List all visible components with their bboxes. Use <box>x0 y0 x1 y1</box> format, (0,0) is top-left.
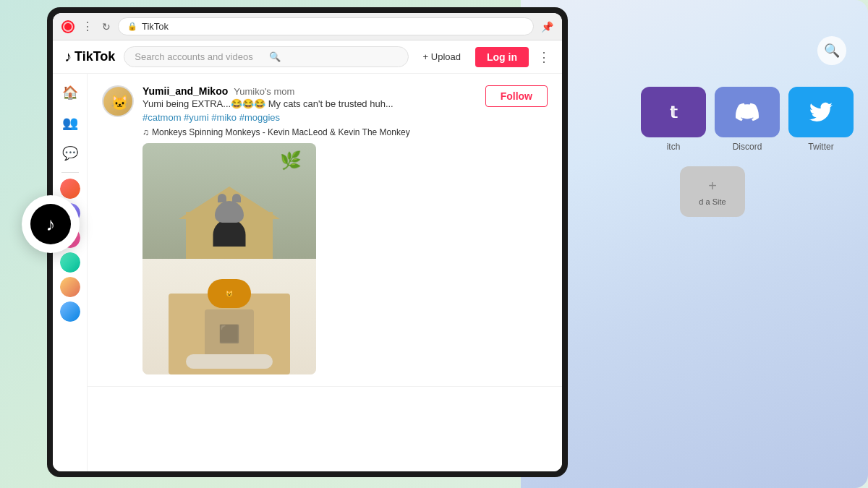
tiktok-logo-text: TikTok <box>75 49 115 64</box>
video-top: 🌿 <box>142 143 316 259</box>
refresh-button[interactable]: ↻ <box>102 21 111 33</box>
post-avatar[interactable]: 🐱 <box>102 85 134 117</box>
search-icon: 🔍 <box>824 43 840 59</box>
speed-dial-discord[interactable]: Discord <box>715 87 780 152</box>
sidebar-avatar-5[interactable] <box>60 277 80 297</box>
twitch-icon: 𝕥 <box>670 103 677 121</box>
sidebar-home[interactable]: 🏠 <box>57 80 83 106</box>
add-site-tile[interactable]: + d a Site <box>680 166 745 217</box>
browser-chrome: ⋮ ↻ 🔒 TikTok 📌 <box>53 13 562 40</box>
tiktok-float-icon[interactable]: ♪ <box>22 195 80 253</box>
search-placeholder: Search accounts and videos <box>135 51 263 62</box>
discord-icon <box>736 100 759 124</box>
twitch-label: itch <box>667 142 681 152</box>
sidebar: 🏠 👥 💬 <box>53 74 88 471</box>
follow-button[interactable]: Follow <box>485 85 548 107</box>
sidebar-divider <box>61 172 79 173</box>
address-text: TikTok <box>142 21 169 32</box>
search-icon: 🔍 <box>269 51 398 62</box>
new-tab-search-button[interactable]: 🔍 <box>817 36 846 65</box>
pin-button[interactable]: 📌 <box>541 21 553 33</box>
add-site-label: d a Site <box>699 197 726 206</box>
sidebar-friends[interactable]: 👥 <box>57 110 83 136</box>
upload-label: + Upload <box>423 51 461 62</box>
music-note-icon: ♫ <box>142 127 149 137</box>
cushion <box>186 354 273 369</box>
box-icon: ⬛ <box>218 324 240 344</box>
sidebar-avatar-1[interactable] <box>60 179 80 199</box>
post-music: ♫ Monkeys Spinning Monkeys - Kevin MacLe… <box>142 127 477 137</box>
post-item: 🐱 Yumii_and_Mikoo Yumiko's mom Yumi bein… <box>88 74 562 387</box>
post-music-text: Monkeys Spinning Monkeys - Kevin MacLeod… <box>152 127 410 137</box>
speed-dial-twitter[interactable]: Twitter <box>788 87 854 152</box>
post-username[interactable]: Yumii_and_Mikoo <box>142 85 228 97</box>
login-button[interactable]: Log in <box>475 47 529 67</box>
post-display-name: Yumiko's mom <box>234 86 294 97</box>
post-caption: Yumi being EXTRA...😂😂😂 My cats can't be … <box>142 98 477 109</box>
add-icon: + <box>708 178 717 194</box>
sidebar-avatar-6[interactable] <box>60 301 80 322</box>
avatar-1 <box>60 179 80 199</box>
cat-ear-left <box>218 194 226 202</box>
post-avatar-image: 🐱 <box>103 87 134 117</box>
tiktok-logo-icon: ♪ <box>64 48 72 65</box>
speed-dial-twitch[interactable]: 𝕥 itch <box>641 87 706 152</box>
house-shape <box>179 187 280 259</box>
upload-button[interactable]: + Upload <box>417 48 467 65</box>
post-info: Yumii_and_Mikoo Yumiko's mom Yumi being … <box>142 85 477 137</box>
main-area: 🏠 👥 💬 <box>53 74 562 471</box>
video-top-bg: 🌿 <box>142 143 316 259</box>
cat-ear-right <box>232 194 241 202</box>
avatar-6 <box>60 301 80 322</box>
device-frame: ⋮ ↻ 🔒 TikTok 📌 ♪ TikTok Search accounts … <box>47 7 568 477</box>
post-hashtags[interactable]: #catmom #yumi #miko #moggies <box>142 112 477 123</box>
tiktok-symbol: ♪ <box>46 213 56 236</box>
more-options-button[interactable]: ⋮ <box>537 49 550 65</box>
lock-icon: 🔒 <box>127 22 137 31</box>
plant-icon: 🌿 <box>280 150 302 171</box>
post-username-row: Yumii_and_Mikoo Yumiko's mom <box>142 85 477 97</box>
twitter-tile[interactable] <box>788 87 854 137</box>
twitter-label: Twitter <box>808 142 833 152</box>
address-bar[interactable]: 🔒 TikTok <box>118 17 534 35</box>
tiktok-logo-circle: ♪ <box>30 204 71 244</box>
sidebar-messages[interactable]: 💬 <box>57 140 83 166</box>
speed-dial-grid: 𝕥 itch Discord Twitter <box>641 87 854 152</box>
discord-label: Discord <box>733 142 762 152</box>
cat-face: 😺 <box>226 291 233 297</box>
box-mark: ⬛ <box>205 309 253 358</box>
avatar-5 <box>60 277 80 297</box>
device-screen: ⋮ ↻ 🔒 TikTok 📌 ♪ TikTok Search accounts … <box>53 13 562 471</box>
new-tab-page: 🔍 𝕥 itch Discord Twitt <box>521 0 868 488</box>
browser-controls: ⋮ ↻ 🔒 TikTok 📌 <box>53 13 562 40</box>
twitter-icon <box>809 100 833 124</box>
tiktok-logo[interactable]: ♪ TikTok <box>64 48 115 65</box>
discord-tile[interactable] <box>715 87 780 137</box>
video-bottom-bg: ⬛ 😺 <box>142 259 316 374</box>
twitch-tile[interactable]: 𝕥 <box>641 87 706 137</box>
tiktok-navbar: ♪ TikTok Search accounts and videos 🔍 + … <box>53 40 562 74</box>
house-hole <box>213 219 246 247</box>
browser-menu-dots[interactable]: ⋮ <box>82 20 95 33</box>
video-inner: 🌿 ⬛ <box>142 143 316 374</box>
search-bar[interactable]: Search accounts and videos 🔍 <box>124 46 408 67</box>
post-video-thumbnail[interactable]: 🌿 ⬛ <box>142 143 316 374</box>
opera-logo[interactable] <box>61 20 75 33</box>
orange-cat-body: 😺 <box>208 279 251 308</box>
video-bottom: ⬛ 😺 <box>142 259 316 374</box>
post-header: 🐱 Yumii_and_Mikoo Yumiko's mom Yumi bein… <box>102 85 548 137</box>
sidebar-avatar-4[interactable] <box>60 252 80 273</box>
feed-content[interactable]: 🐱 Yumii_and_Mikoo Yumiko's mom Yumi bein… <box>88 74 562 471</box>
avatar-4 <box>60 252 80 273</box>
